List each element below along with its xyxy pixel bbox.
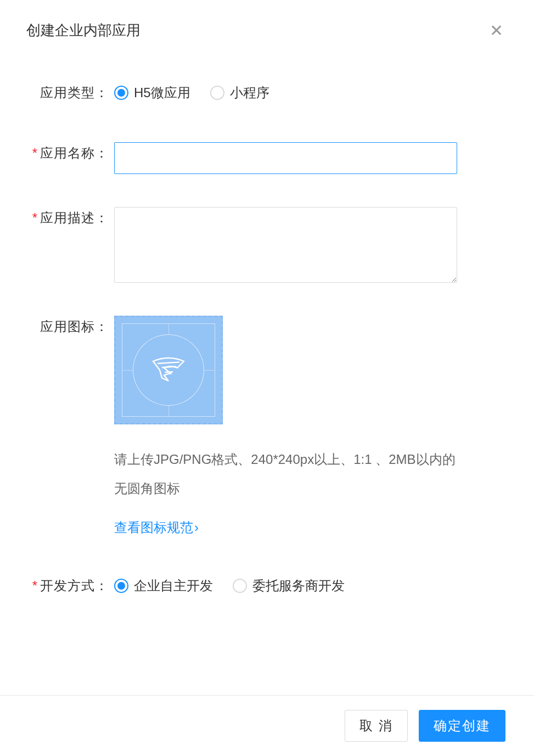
app-type-radio-group: H5微应用 小程序 (114, 82, 269, 102)
required-star-icon: * (32, 145, 38, 160)
wing-icon (147, 348, 190, 392)
app-name-input[interactable] (114, 142, 457, 174)
radio-icon (114, 86, 128, 100)
close-icon[interactable]: ✕ (485, 23, 508, 39)
radio-label: 企业自主开发 (134, 577, 213, 595)
dialog-footer: 取 消 确定创建 (0, 695, 534, 756)
app-icon-row: 应用图标： 请上传JPG/PNG格式、240*240px以上、1:1 、2MB以… (26, 316, 508, 536)
icon-grid (122, 323, 215, 417)
icon-spec-link[interactable]: 查看图标规范 › (114, 519, 457, 536)
radio-icon (233, 579, 247, 593)
radio-miniprogram[interactable]: 小程序 (210, 84, 269, 102)
dev-method-radio-group: 企业自主开发 委托服务商开发 (114, 575, 345, 595)
dev-method-row: *开发方式： 企业自主开发 委托服务商开发 (26, 575, 508, 597)
chevron-right-icon: › (194, 520, 199, 535)
required-star-icon: * (32, 210, 38, 225)
app-type-label: 应用类型： (26, 82, 114, 104)
required-star-icon: * (32, 578, 38, 593)
radio-h5-microapp[interactable]: H5微应用 (114, 84, 190, 102)
dialog-title: 创建企业内部应用 (26, 21, 140, 40)
icon-upload-section: 请上传JPG/PNG格式、240*240px以上、1:1 、2MB以内的无圆角图… (114, 316, 457, 536)
svg-line-0 (158, 362, 179, 363)
dev-method-label: *开发方式： (26, 575, 114, 597)
icon-upload-hint: 请上传JPG/PNG格式、240*240px以上、1:1 、2MB以内的无圆角图… (114, 445, 457, 503)
radio-label: H5微应用 (134, 84, 190, 102)
app-desc-label: *应用描述： (26, 207, 114, 229)
icon-upload-placeholder[interactable] (114, 316, 223, 424)
radio-label: 委托服务商开发 (252, 577, 345, 595)
app-name-row: *应用名称： (26, 142, 508, 174)
icon-circle (133, 334, 204, 406)
svg-line-2 (165, 372, 173, 372)
app-desc-row: *应用描述： (26, 207, 508, 283)
form-body: 应用类型： H5微应用 小程序 *应用名称： *应用描述： 应用图标： (0, 51, 534, 597)
svg-line-1 (162, 367, 176, 368)
confirm-create-button[interactable]: 确定创建 (419, 710, 505, 742)
dialog-header: 创建企业内部应用 ✕ (0, 0, 534, 51)
app-name-label: *应用名称： (26, 142, 114, 164)
radio-icon (210, 86, 224, 100)
app-desc-textarea[interactable] (114, 207, 457, 283)
radio-self-develop[interactable]: 企业自主开发 (114, 577, 213, 595)
radio-vendor-develop[interactable]: 委托服务商开发 (233, 577, 345, 595)
icon-spec-link-text: 查看图标规范 (114, 519, 193, 536)
app-icon-label: 应用图标： (26, 316, 114, 338)
app-type-row: 应用类型： H5微应用 小程序 (26, 82, 508, 104)
cancel-button[interactable]: 取 消 (345, 710, 408, 742)
radio-label: 小程序 (230, 84, 269, 102)
radio-icon (114, 579, 128, 593)
